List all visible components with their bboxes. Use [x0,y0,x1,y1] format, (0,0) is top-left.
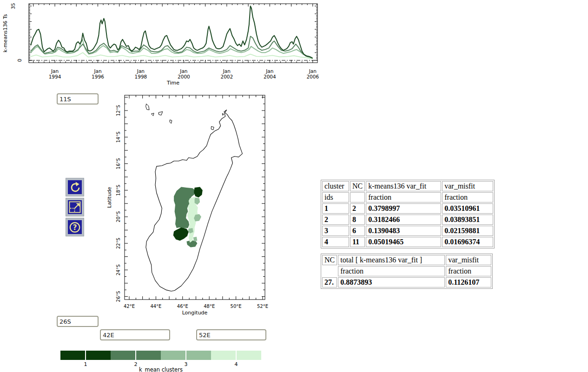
table-cell: total [ k-means136 var_fit ] [338,255,445,265]
svg-text:Jan: Jan [223,68,231,74]
svg-text:16°S: 16°S [116,158,121,169]
svg-text:44°E: 44°E [150,304,161,309]
table-cell: fraction [442,192,493,202]
cluster-3-region [193,237,198,241]
table-data-row: 360.13904830.02159881 [322,226,493,236]
svg-text:1998: 1998 [135,74,147,79]
lat-bottom-input[interactable] [57,316,99,327]
expand-button[interactable] [66,198,84,216]
table-cell: 8 [350,215,365,225]
island-outline [151,113,154,116]
svg-text:1: 1 [84,361,87,367]
svg-text:2: 2 [134,361,138,367]
svg-text:42°E: 42°E [124,304,135,309]
colorbar-tick [236,351,237,360]
svg-text:Time: Time [166,80,179,86]
svg-text:1994: 1994 [49,74,61,79]
svg-text:Jan: Jan [309,68,317,74]
table-cell: 2 [350,203,365,214]
cluster-1-region [194,187,203,198]
svg-text:Jan: Jan [265,68,273,74]
colorbar-tick [85,351,86,360]
table-data-row: 27.0.88738930.1126107 [322,277,491,287]
map-plot-area: 42°E44°E46°E48°E50°E52°E12°S14°S16°S18°S… [107,95,268,316]
total-stats-table: NCtotal [ k-means136 var_fit ]var_misfit… [321,254,493,289]
cluster-1-region [173,228,189,241]
reload-button[interactable] [66,178,84,196]
svg-text:3: 3 [185,361,188,367]
svg-text:52°E: 52°E [257,304,268,309]
lon-left-input[interactable] [100,329,170,340]
table-cell: fraction [446,266,491,276]
timeseries-chart: 035Jan1994Jan1996Jan1998Jan2000Jan2002Ja… [0,0,323,89]
colorbar-tick [185,351,186,360]
table-cell: 0.1390483 [366,226,441,236]
svg-text:12°S: 12°S [116,105,121,116]
svg-text:24°S: 24°S [116,264,121,275]
table-cell: 0.01696374 [442,237,493,247]
table-cell: 6 [350,226,365,236]
table-data-row: 280.31824660.03893851 [322,215,493,225]
svg-text:2006: 2006 [306,74,319,79]
table-cell: k-means136 var_fit [366,181,441,191]
table-header-row: NCtotal [ k-means136 var_fit ]var_misfit [322,255,491,265]
island-outline [170,120,172,124]
table-cell: 0.03893851 [442,215,493,225]
svg-text:Longitude: Longitude [182,310,208,316]
svg-text:?: ? [73,223,77,232]
table-cell: 0.3182466 [366,215,441,225]
lat-top-input[interactable] [57,93,99,104]
table-data-row: 120.37989970.03510961 [322,203,493,214]
help-button[interactable]: ? [66,218,84,236]
table-cell: NC [350,181,365,191]
table-header-row: clusterNCk-means136 var_fitvar_misfit [322,181,493,191]
table-cell: cluster [322,181,349,191]
svg-text:14°S: 14°S [116,131,121,143]
table-header-row: fractionfraction [322,266,491,276]
svg-text:Jan: Jan [179,68,187,74]
island-outline [159,111,163,115]
table-cell: 27. [322,277,337,287]
table-cell: ids [322,192,349,202]
ts-plot-area: 035Jan1994Jan1996Jan1998Jan2000Jan2002Ja… [2,3,319,86]
expand-arrow-icon [68,200,82,214]
svg-text:Latitude: Latitude [107,187,112,208]
table-cell: 0.03510961 [442,203,493,214]
ts-series-line [31,36,312,58]
svg-text:1996: 1996 [92,74,104,79]
svg-text:46°E: 46°E [177,304,188,309]
table-cell: 0.02159881 [442,226,493,236]
table-cell: 11 [350,237,365,247]
madagascar-map: 42°E44°E46°E48°E50°E52°E12°S14°S16°S18°S… [107,91,277,323]
svg-text:35: 35 [10,3,16,9]
svg-text:22°S: 22°S [116,238,121,249]
ts-series-line [31,52,312,59]
svg-text:20°S: 20°S [116,211,121,222]
table-cell: 0.8873893 [338,277,445,287]
table-cell [350,192,365,202]
cluster-colorbar: 1234k_mean clusters [53,348,272,372]
table-cell: 0.3798997 [366,203,441,214]
table-cell: 4 [322,237,349,247]
colorbar-tick [135,351,136,360]
svg-text:26°S: 26°S [116,291,121,302]
table-cell: fraction [338,266,445,276]
svg-text:2004: 2004 [264,74,276,79]
lon-right-input[interactable] [196,329,266,340]
svg-text:48°E: 48°E [204,304,215,309]
reload-icon [68,180,82,194]
svg-text:18°S: 18°S [116,185,121,196]
table-cell: 0.1126107 [446,277,491,287]
table-cell: 2 [322,215,349,225]
colorbar-area: 1234k_mean clusters [60,351,261,372]
svg-text:Jan: Jan [137,68,145,74]
table-cell: NC [322,255,337,265]
svg-text:k-means136 Ts: k-means136 Ts [2,14,8,52]
table-cell: fraction [366,192,441,202]
svg-text:2002: 2002 [221,74,233,79]
help-icon: ? [68,220,82,234]
svg-text:4: 4 [235,361,238,367]
app-window: 035Jan1994Jan1996Jan1998Jan2000Jan2002Ja… [0,0,588,372]
svg-text:50°E: 50°E [231,304,242,309]
table-cell: var_misfit [442,181,493,191]
